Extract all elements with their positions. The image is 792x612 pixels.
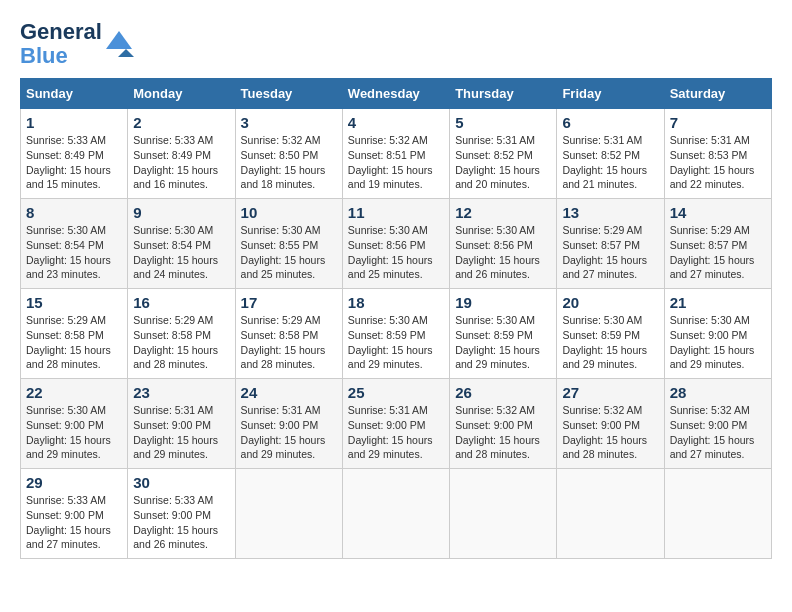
day-number: 27 [562, 384, 658, 401]
calendar-cell [450, 469, 557, 559]
day-number: 14 [670, 204, 766, 221]
calendar-cell: 25Sunrise: 5:31 AM Sunset: 9:00 PM Dayli… [342, 379, 449, 469]
logo-text: GeneralBlue [20, 20, 102, 68]
day-info: Sunrise: 5:33 AM Sunset: 9:00 PM Dayligh… [26, 493, 122, 552]
day-number: 3 [241, 114, 337, 131]
day-number: 4 [348, 114, 444, 131]
logo: GeneralBlue [20, 20, 134, 68]
day-number: 28 [670, 384, 766, 401]
logo-icon [104, 29, 134, 59]
day-info: Sunrise: 5:31 AM Sunset: 8:53 PM Dayligh… [670, 133, 766, 192]
day-info: Sunrise: 5:30 AM Sunset: 8:54 PM Dayligh… [133, 223, 229, 282]
calendar-cell: 18Sunrise: 5:30 AM Sunset: 8:59 PM Dayli… [342, 289, 449, 379]
weekday-header: Thursday [450, 79, 557, 109]
day-info: Sunrise: 5:31 AM Sunset: 8:52 PM Dayligh… [562, 133, 658, 192]
calendar-week-row: 15Sunrise: 5:29 AM Sunset: 8:58 PM Dayli… [21, 289, 772, 379]
weekday-header: Sunday [21, 79, 128, 109]
day-info: Sunrise: 5:30 AM Sunset: 9:00 PM Dayligh… [670, 313, 766, 372]
day-info: Sunrise: 5:30 AM Sunset: 8:59 PM Dayligh… [455, 313, 551, 372]
calendar-cell: 2Sunrise: 5:33 AM Sunset: 8:49 PM Daylig… [128, 109, 235, 199]
day-number: 8 [26, 204, 122, 221]
day-info: Sunrise: 5:30 AM Sunset: 8:54 PM Dayligh… [26, 223, 122, 282]
day-info: Sunrise: 5:31 AM Sunset: 9:00 PM Dayligh… [348, 403, 444, 462]
day-number: 15 [26, 294, 122, 311]
calendar-cell: 26Sunrise: 5:32 AM Sunset: 9:00 PM Dayli… [450, 379, 557, 469]
calendar-cell: 5Sunrise: 5:31 AM Sunset: 8:52 PM Daylig… [450, 109, 557, 199]
calendar-cell: 4Sunrise: 5:32 AM Sunset: 8:51 PM Daylig… [342, 109, 449, 199]
day-number: 20 [562, 294, 658, 311]
calendar-cell: 21Sunrise: 5:30 AM Sunset: 9:00 PM Dayli… [664, 289, 771, 379]
day-info: Sunrise: 5:32 AM Sunset: 8:51 PM Dayligh… [348, 133, 444, 192]
day-info: Sunrise: 5:30 AM Sunset: 9:00 PM Dayligh… [26, 403, 122, 462]
calendar-table: SundayMondayTuesdayWednesdayThursdayFrid… [20, 78, 772, 559]
weekday-header: Tuesday [235, 79, 342, 109]
svg-marker-0 [106, 31, 132, 49]
day-info: Sunrise: 5:30 AM Sunset: 8:59 PM Dayligh… [562, 313, 658, 372]
day-number: 5 [455, 114, 551, 131]
day-info: Sunrise: 5:29 AM Sunset: 8:57 PM Dayligh… [562, 223, 658, 282]
day-number: 16 [133, 294, 229, 311]
day-number: 26 [455, 384, 551, 401]
calendar-cell: 3Sunrise: 5:32 AM Sunset: 8:50 PM Daylig… [235, 109, 342, 199]
calendar-cell: 7Sunrise: 5:31 AM Sunset: 8:53 PM Daylig… [664, 109, 771, 199]
day-info: Sunrise: 5:29 AM Sunset: 8:57 PM Dayligh… [670, 223, 766, 282]
day-number: 13 [562, 204, 658, 221]
calendar-cell [235, 469, 342, 559]
calendar-cell: 30Sunrise: 5:33 AM Sunset: 9:00 PM Dayli… [128, 469, 235, 559]
day-number: 11 [348, 204, 444, 221]
calendar-cell [342, 469, 449, 559]
calendar-week-row: 29Sunrise: 5:33 AM Sunset: 9:00 PM Dayli… [21, 469, 772, 559]
day-info: Sunrise: 5:30 AM Sunset: 8:59 PM Dayligh… [348, 313, 444, 372]
day-number: 24 [241, 384, 337, 401]
weekday-header: Saturday [664, 79, 771, 109]
day-number: 12 [455, 204, 551, 221]
calendar-cell: 12Sunrise: 5:30 AM Sunset: 8:56 PM Dayli… [450, 199, 557, 289]
weekday-header: Monday [128, 79, 235, 109]
calendar-week-row: 22Sunrise: 5:30 AM Sunset: 9:00 PM Dayli… [21, 379, 772, 469]
day-number: 23 [133, 384, 229, 401]
day-number: 9 [133, 204, 229, 221]
calendar-body: 1Sunrise: 5:33 AM Sunset: 8:49 PM Daylig… [21, 109, 772, 559]
calendar-cell: 16Sunrise: 5:29 AM Sunset: 8:58 PM Dayli… [128, 289, 235, 379]
day-number: 21 [670, 294, 766, 311]
calendar-cell: 23Sunrise: 5:31 AM Sunset: 9:00 PM Dayli… [128, 379, 235, 469]
day-info: Sunrise: 5:33 AM Sunset: 9:00 PM Dayligh… [133, 493, 229, 552]
calendar-week-row: 8Sunrise: 5:30 AM Sunset: 8:54 PM Daylig… [21, 199, 772, 289]
day-info: Sunrise: 5:32 AM Sunset: 8:50 PM Dayligh… [241, 133, 337, 192]
day-number: 2 [133, 114, 229, 131]
calendar-cell: 19Sunrise: 5:30 AM Sunset: 8:59 PM Dayli… [450, 289, 557, 379]
calendar-cell: 9Sunrise: 5:30 AM Sunset: 8:54 PM Daylig… [128, 199, 235, 289]
day-number: 10 [241, 204, 337, 221]
calendar-cell: 22Sunrise: 5:30 AM Sunset: 9:00 PM Dayli… [21, 379, 128, 469]
day-number: 7 [670, 114, 766, 131]
day-info: Sunrise: 5:29 AM Sunset: 8:58 PM Dayligh… [241, 313, 337, 372]
calendar-cell: 14Sunrise: 5:29 AM Sunset: 8:57 PM Dayli… [664, 199, 771, 289]
calendar-cell [664, 469, 771, 559]
page-header: GeneralBlue [20, 20, 772, 68]
calendar-cell: 15Sunrise: 5:29 AM Sunset: 8:58 PM Dayli… [21, 289, 128, 379]
day-info: Sunrise: 5:32 AM Sunset: 9:00 PM Dayligh… [455, 403, 551, 462]
day-info: Sunrise: 5:32 AM Sunset: 9:00 PM Dayligh… [670, 403, 766, 462]
calendar-cell [557, 469, 664, 559]
calendar-header-row: SundayMondayTuesdayWednesdayThursdayFrid… [21, 79, 772, 109]
day-number: 18 [348, 294, 444, 311]
day-info: Sunrise: 5:32 AM Sunset: 9:00 PM Dayligh… [562, 403, 658, 462]
day-number: 1 [26, 114, 122, 131]
calendar-cell: 20Sunrise: 5:30 AM Sunset: 8:59 PM Dayli… [557, 289, 664, 379]
day-number: 29 [26, 474, 122, 491]
day-number: 17 [241, 294, 337, 311]
day-number: 19 [455, 294, 551, 311]
calendar-cell: 10Sunrise: 5:30 AM Sunset: 8:55 PM Dayli… [235, 199, 342, 289]
calendar-cell: 27Sunrise: 5:32 AM Sunset: 9:00 PM Dayli… [557, 379, 664, 469]
calendar-week-row: 1Sunrise: 5:33 AM Sunset: 8:49 PM Daylig… [21, 109, 772, 199]
calendar-cell: 6Sunrise: 5:31 AM Sunset: 8:52 PM Daylig… [557, 109, 664, 199]
calendar-cell: 8Sunrise: 5:30 AM Sunset: 8:54 PM Daylig… [21, 199, 128, 289]
day-info: Sunrise: 5:33 AM Sunset: 8:49 PM Dayligh… [133, 133, 229, 192]
day-number: 25 [348, 384, 444, 401]
day-info: Sunrise: 5:30 AM Sunset: 8:56 PM Dayligh… [455, 223, 551, 282]
day-info: Sunrise: 5:30 AM Sunset: 8:55 PM Dayligh… [241, 223, 337, 282]
day-info: Sunrise: 5:33 AM Sunset: 8:49 PM Dayligh… [26, 133, 122, 192]
day-info: Sunrise: 5:29 AM Sunset: 8:58 PM Dayligh… [26, 313, 122, 372]
day-number: 22 [26, 384, 122, 401]
calendar-cell: 13Sunrise: 5:29 AM Sunset: 8:57 PM Dayli… [557, 199, 664, 289]
